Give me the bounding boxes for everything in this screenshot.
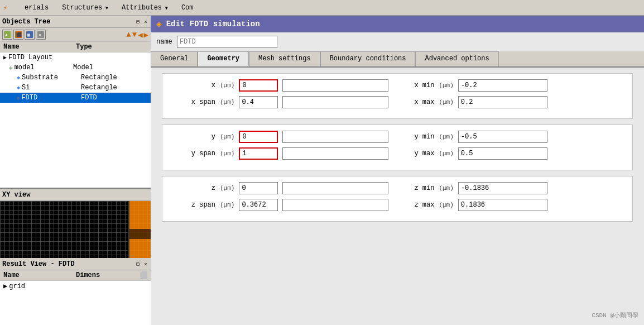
dialog-title-bar: ◈ Edit FDTD simulation bbox=[151, 16, 644, 32]
tab-advanced[interactable]: Advanced options bbox=[415, 51, 498, 66]
toolbar-icon-2[interactable]: ⬛ bbox=[13, 30, 23, 40]
model-cross-icon: ✛ bbox=[9, 64, 13, 71]
tree-item-substrate[interactable]: ◆ Substrate Rectangle bbox=[0, 73, 151, 83]
menu-com[interactable]: Com bbox=[179, 3, 196, 13]
y-input[interactable] bbox=[239, 131, 278, 143]
z-max-label: z max bbox=[414, 201, 434, 209]
tree-item-si[interactable]: ◆ Si Rectangle bbox=[0, 83, 151, 93]
tab-general[interactable]: General bbox=[151, 51, 198, 66]
tree-name-header: Name bbox=[3, 43, 76, 51]
x-min-input[interactable] bbox=[458, 79, 547, 92]
result-view-icons: ⊟ ✕ bbox=[135, 261, 148, 267]
y-span-extra-input[interactable] bbox=[282, 147, 388, 160]
main-layout: Objects Tree ⊟ ✕ ▲ ⬛ ▦ ✕ bbox=[0, 16, 644, 325]
x-max-input[interactable] bbox=[458, 96, 547, 108]
toolbar-down-arrow[interactable]: ▼ bbox=[132, 30, 137, 39]
y-span-label: y span bbox=[171, 150, 215, 157]
menu-attributes[interactable]: Attributes bbox=[119, 3, 170, 13]
z-min-input[interactable] bbox=[458, 182, 547, 194]
layout-icon: ▶ bbox=[3, 54, 7, 61]
result-view-title: Result View - FDTD bbox=[2, 260, 75, 268]
dialog-name-row: name bbox=[151, 32, 644, 51]
objects-tree-minimize-icon[interactable]: ⊟ bbox=[135, 18, 141, 25]
z-span-extra-input[interactable] bbox=[282, 199, 388, 211]
dialog-title-icon: ◈ bbox=[156, 18, 162, 30]
objects-tree-close-icon[interactable]: ✕ bbox=[143, 18, 148, 25]
x-span-row: x span (μm) x max (μm) bbox=[171, 96, 624, 108]
menu-icon: ⚡ bbox=[2, 2, 13, 13]
objects-tree-items: ▶ FDTD Layout ✛ model Model ◆ bbox=[0, 52, 151, 188]
toolbar-up-arrow[interactable]: ▲ bbox=[126, 30, 131, 39]
x-span-extra-input[interactable] bbox=[282, 96, 388, 108]
result-view-minimize-icon[interactable]: ⊟ bbox=[135, 261, 141, 267]
watermark: CSDN @小顾同學 bbox=[592, 311, 638, 319]
tree-item-fdtd[interactable]: ▦ FDTD FDTD bbox=[0, 93, 151, 103]
z-unit: (μm) bbox=[220, 185, 234, 192]
toolbar-icon-1[interactable]: ▲ bbox=[2, 30, 12, 40]
toolbar-icon-3[interactable]: ▦ bbox=[25, 30, 35, 40]
x-span-input[interactable] bbox=[239, 96, 278, 108]
left-side: Objects Tree ⊟ ✕ ▲ ⬛ ▦ ✕ bbox=[0, 16, 151, 325]
si-diamond-icon: ◆ bbox=[17, 84, 20, 91]
z-label: z bbox=[171, 184, 215, 192]
result-expand-icon: ▶ bbox=[3, 282, 7, 290]
tree-item-substrate-type: Rectangle bbox=[81, 74, 147, 82]
tab-mesh[interactable]: Mesh settings bbox=[249, 51, 320, 66]
toolbar-left-arrow[interactable]: ◀ bbox=[138, 30, 142, 40]
menu-structures[interactable]: Structures bbox=[60, 3, 110, 13]
result-view-close-icon[interactable]: ✕ bbox=[143, 261, 148, 267]
y-max-input[interactable] bbox=[458, 147, 547, 160]
svg-text:⚡: ⚡ bbox=[3, 4, 7, 12]
y-min-unit: (μm) bbox=[439, 133, 453, 140]
y-extra-input[interactable] bbox=[282, 131, 388, 143]
menu-materials[interactable]: erials bbox=[22, 3, 51, 13]
xy-border bbox=[128, 201, 129, 258]
x-span-label: x span bbox=[171, 98, 215, 106]
dialog-name-input[interactable] bbox=[177, 36, 277, 48]
z-max-input[interactable] bbox=[458, 199, 547, 211]
xy-grid bbox=[0, 201, 151, 258]
z-input[interactable] bbox=[239, 182, 278, 194]
toolbar-right-arrow[interactable]: ▶ bbox=[144, 30, 148, 40]
x-extra-input[interactable] bbox=[282, 79, 388, 92]
svg-text:⬛: ⬛ bbox=[16, 32, 22, 37]
z-extra-input[interactable] bbox=[282, 182, 388, 194]
y-min-label: y min bbox=[414, 133, 434, 141]
x-input[interactable] bbox=[239, 79, 278, 92]
objects-tree-panel: Objects Tree ⊟ ✕ ▲ ⬛ ▦ ✕ bbox=[0, 16, 151, 189]
y-min-input[interactable] bbox=[458, 131, 547, 143]
tree-column-headers: Name Type bbox=[0, 42, 151, 52]
tree-item-model[interactable]: ✛ model Model bbox=[0, 63, 151, 73]
right-panel: ◈ Edit FDTD simulation name General Geom… bbox=[151, 16, 644, 325]
dialog-title: Edit FDTD simulation bbox=[166, 20, 260, 28]
y-span-input[interactable] bbox=[239, 147, 278, 160]
z-row: z (μm) z min (μm) bbox=[171, 182, 624, 194]
x-min-label: x min bbox=[414, 82, 434, 89]
menu-bar: ⚡ erials Structures Attributes Com bbox=[0, 0, 644, 16]
z-max-unit: (μm) bbox=[439, 202, 453, 208]
z-span-input[interactable] bbox=[239, 199, 278, 211]
y-max-unit: (μm) bbox=[439, 150, 453, 157]
result-item-grid[interactable]: ▶ grid bbox=[0, 281, 151, 291]
svg-text:▦: ▦ bbox=[27, 32, 30, 37]
tree-item-layout-name: ▶ FDTD Layout bbox=[3, 54, 68, 61]
toolbar-icon-4[interactable]: ✕ bbox=[36, 30, 46, 40]
result-column-headers: Name Dimens bbox=[0, 270, 151, 281]
x-label: x bbox=[171, 82, 215, 89]
tree-item-si-name: ◆ Si bbox=[17, 84, 81, 92]
tree-item-substrate-name: ◆ Substrate bbox=[17, 74, 81, 82]
result-name-header: Name bbox=[3, 271, 76, 279]
x-unit: (μm) bbox=[220, 82, 234, 89]
tree-type-header: Type bbox=[76, 43, 147, 51]
tree-item-model-name: ✛ model bbox=[9, 64, 73, 71]
z-span-label: z span bbox=[171, 201, 215, 209]
tab-geometry[interactable]: Geometry bbox=[198, 51, 249, 66]
tab-boundary[interactable]: Boundary conditions bbox=[320, 51, 416, 66]
result-dim-header: Dimens bbox=[76, 271, 141, 279]
tree-item-fdtd-layout[interactable]: ▶ FDTD Layout bbox=[0, 52, 151, 63]
z-span-unit: (μm) bbox=[220, 202, 234, 208]
y-span-row: y span (μm) y max (μm) bbox=[171, 147, 624, 160]
z-section: z (μm) z min (μm) z span (μm) z max bbox=[162, 176, 633, 222]
x-min-unit: (μm) bbox=[439, 82, 453, 89]
xy-view-header: XY view bbox=[0, 189, 151, 201]
